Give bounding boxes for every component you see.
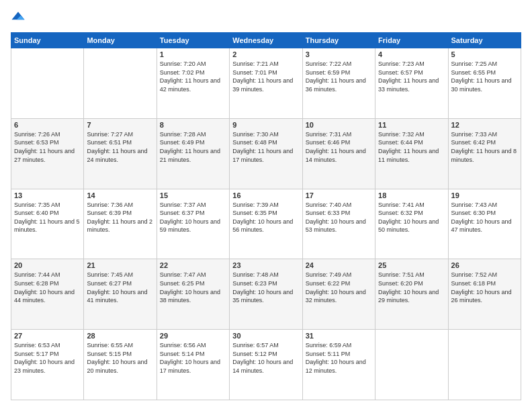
calendar-cell: 20 Sunrise: 7:44 AM Sunset: 6:28 PM Dayl… <box>11 259 84 330</box>
day-number: 21 <box>87 261 153 269</box>
calendar-week-row: 20 Sunrise: 7:44 AM Sunset: 6:28 PM Dayl… <box>11 259 521 330</box>
day-number: 13 <box>14 191 81 199</box>
calendar-cell: 14 Sunrise: 7:36 AM Sunset: 6:39 PM Dayl… <box>84 189 157 259</box>
calendar-cell: 4 Sunrise: 7:23 AM Sunset: 6:57 PM Dayli… <box>375 48 448 119</box>
day-number: 29 <box>160 332 226 340</box>
day-info: Sunrise: 7:35 AM Sunset: 6:40 PM Dayligh… <box>14 201 81 234</box>
calendar-week-row: 13 Sunrise: 7:35 AM Sunset: 6:40 PM Dayl… <box>11 189 521 259</box>
weekday-header: Thursday <box>302 33 375 48</box>
day-info: Sunrise: 7:26 AM Sunset: 6:53 PM Dayligh… <box>14 130 81 164</box>
day-info: Sunrise: 6:59 AM Sunset: 5:11 PM Dayligh… <box>306 341 372 375</box>
day-info: Sunrise: 6:57 AM Sunset: 5:12 PM Dayligh… <box>232 341 299 375</box>
day-info: Sunrise: 7:23 AM Sunset: 6:57 PM Dayligh… <box>378 60 445 93</box>
page: SundayMondayTuesdayWednesdayThursdayFrid… <box>0 0 532 411</box>
day-info: Sunrise: 7:48 AM Sunset: 6:23 PM Dayligh… <box>232 271 299 304</box>
calendar-body: 1 Sunrise: 7:20 AM Sunset: 7:02 PM Dayli… <box>11 48 521 400</box>
calendar-table: SundayMondayTuesdayWednesdayThursdayFrid… <box>11 32 521 400</box>
day-info: Sunrise: 7:47 AM Sunset: 6:25 PM Dayligh… <box>160 271 226 304</box>
day-info: Sunrise: 7:33 AM Sunset: 6:42 PM Dayligh… <box>451 130 518 164</box>
header <box>11 11 521 26</box>
day-info: Sunrise: 7:27 AM Sunset: 6:51 PM Dayligh… <box>87 130 153 164</box>
day-info: Sunrise: 7:32 AM Sunset: 6:44 PM Dayligh… <box>378 130 445 164</box>
day-number: 24 <box>306 261 372 269</box>
day-number: 9 <box>232 121 299 129</box>
day-info: Sunrise: 7:37 AM Sunset: 6:37 PM Dayligh… <box>160 201 226 234</box>
day-number: 6 <box>14 121 81 129</box>
calendar-cell: 3 Sunrise: 7:22 AM Sunset: 6:59 PM Dayli… <box>302 48 375 119</box>
day-info: Sunrise: 7:39 AM Sunset: 6:35 PM Dayligh… <box>232 201 299 234</box>
calendar-cell: 22 Sunrise: 7:47 AM Sunset: 6:25 PM Dayl… <box>157 259 229 330</box>
calendar-cell: 24 Sunrise: 7:49 AM Sunset: 6:22 PM Dayl… <box>302 259 375 330</box>
calendar-cell: 9 Sunrise: 7:30 AM Sunset: 6:48 PM Dayli… <box>230 118 302 189</box>
day-number: 8 <box>160 121 226 129</box>
day-info: Sunrise: 7:40 AM Sunset: 6:33 PM Dayligh… <box>306 201 372 234</box>
calendar-cell: 31 Sunrise: 6:59 AM Sunset: 5:11 PM Dayl… <box>302 330 375 400</box>
calendar-cell <box>448 330 521 400</box>
calendar-cell: 10 Sunrise: 7:31 AM Sunset: 6:46 PM Dayl… <box>302 118 375 189</box>
day-info: Sunrise: 7:52 AM Sunset: 6:18 PM Dayligh… <box>451 271 518 304</box>
calendar-cell: 1 Sunrise: 7:20 AM Sunset: 7:02 PM Dayli… <box>157 48 229 119</box>
weekday-header: Friday <box>375 33 448 48</box>
day-info: Sunrise: 7:43 AM Sunset: 6:30 PM Dayligh… <box>451 201 518 234</box>
calendar-cell <box>11 48 84 119</box>
day-info: Sunrise: 7:20 AM Sunset: 7:02 PM Dayligh… <box>160 60 226 93</box>
day-number: 7 <box>87 121 153 129</box>
day-number: 1 <box>160 50 226 58</box>
calendar-cell: 30 Sunrise: 6:57 AM Sunset: 5:12 PM Dayl… <box>230 330 302 400</box>
day-number: 22 <box>160 261 226 269</box>
day-info: Sunrise: 6:55 AM Sunset: 5:15 PM Dayligh… <box>87 341 153 375</box>
day-number: 17 <box>306 191 372 199</box>
logo <box>11 11 28 26</box>
calendar-cell: 28 Sunrise: 6:55 AM Sunset: 5:15 PM Dayl… <box>84 330 157 400</box>
calendar-header-row: SundayMondayTuesdayWednesdayThursdayFrid… <box>11 33 521 48</box>
calendar-cell: 27 Sunrise: 6:53 AM Sunset: 5:17 PM Dayl… <box>11 330 84 400</box>
calendar-cell: 18 Sunrise: 7:41 AM Sunset: 6:32 PM Dayl… <box>375 189 448 259</box>
weekday-header: Tuesday <box>157 33 229 48</box>
day-number: 30 <box>232 332 299 340</box>
calendar-cell <box>84 48 157 119</box>
day-number: 31 <box>306 332 372 340</box>
day-info: Sunrise: 6:53 AM Sunset: 5:17 PM Dayligh… <box>14 341 81 375</box>
calendar-cell: 15 Sunrise: 7:37 AM Sunset: 6:37 PM Dayl… <box>157 189 229 259</box>
day-info: Sunrise: 7:31 AM Sunset: 6:46 PM Dayligh… <box>306 130 372 164</box>
day-info: Sunrise: 7:25 AM Sunset: 6:55 PM Dayligh… <box>451 60 518 93</box>
calendar-cell: 12 Sunrise: 7:33 AM Sunset: 6:42 PM Dayl… <box>448 118 521 189</box>
weekday-header: Sunday <box>11 33 84 48</box>
day-number: 3 <box>306 50 372 58</box>
calendar-cell: 13 Sunrise: 7:35 AM Sunset: 6:40 PM Dayl… <box>11 189 84 259</box>
day-info: Sunrise: 7:36 AM Sunset: 6:39 PM Dayligh… <box>87 201 153 234</box>
day-info: Sunrise: 7:21 AM Sunset: 7:01 PM Dayligh… <box>232 60 299 93</box>
calendar-cell: 17 Sunrise: 7:40 AM Sunset: 6:33 PM Dayl… <box>302 189 375 259</box>
day-number: 23 <box>232 261 299 269</box>
day-info: Sunrise: 7:22 AM Sunset: 6:59 PM Dayligh… <box>306 60 372 93</box>
calendar-cell: 5 Sunrise: 7:25 AM Sunset: 6:55 PM Dayli… <box>448 48 521 119</box>
day-number: 25 <box>378 261 445 269</box>
calendar-cell: 29 Sunrise: 6:56 AM Sunset: 5:14 PM Dayl… <box>157 330 229 400</box>
weekday-header: Saturday <box>448 33 521 48</box>
day-number: 16 <box>232 191 299 199</box>
calendar-cell: 7 Sunrise: 7:27 AM Sunset: 6:51 PM Dayli… <box>84 118 157 189</box>
day-info: Sunrise: 7:45 AM Sunset: 6:27 PM Dayligh… <box>87 271 153 304</box>
day-info: Sunrise: 7:41 AM Sunset: 6:32 PM Dayligh… <box>378 201 445 234</box>
day-info: Sunrise: 7:49 AM Sunset: 6:22 PM Dayligh… <box>306 271 372 304</box>
calendar-cell: 6 Sunrise: 7:26 AM Sunset: 6:53 PM Dayli… <box>11 118 84 189</box>
day-number: 11 <box>378 121 445 129</box>
day-number: 19 <box>451 191 518 199</box>
calendar-week-row: 6 Sunrise: 7:26 AM Sunset: 6:53 PM Dayli… <box>11 118 521 189</box>
logo-icon <box>11 11 26 26</box>
day-number: 10 <box>306 121 372 129</box>
day-number: 26 <box>451 261 518 269</box>
day-number: 27 <box>14 332 81 340</box>
calendar-cell: 23 Sunrise: 7:48 AM Sunset: 6:23 PM Dayl… <box>230 259 302 330</box>
calendar-week-row: 1 Sunrise: 7:20 AM Sunset: 7:02 PM Dayli… <box>11 48 521 119</box>
weekday-header: Wednesday <box>230 33 302 48</box>
day-number: 28 <box>87 332 153 340</box>
calendar-cell: 19 Sunrise: 7:43 AM Sunset: 6:30 PM Dayl… <box>448 189 521 259</box>
day-number: 18 <box>378 191 445 199</box>
weekday-header: Monday <box>84 33 157 48</box>
day-number: 20 <box>14 261 81 269</box>
day-info: Sunrise: 7:51 AM Sunset: 6:20 PM Dayligh… <box>378 271 445 304</box>
calendar-cell: 11 Sunrise: 7:32 AM Sunset: 6:44 PM Dayl… <box>375 118 448 189</box>
calendar-cell <box>375 330 448 400</box>
day-info: Sunrise: 7:44 AM Sunset: 6:28 PM Dayligh… <box>14 271 81 304</box>
